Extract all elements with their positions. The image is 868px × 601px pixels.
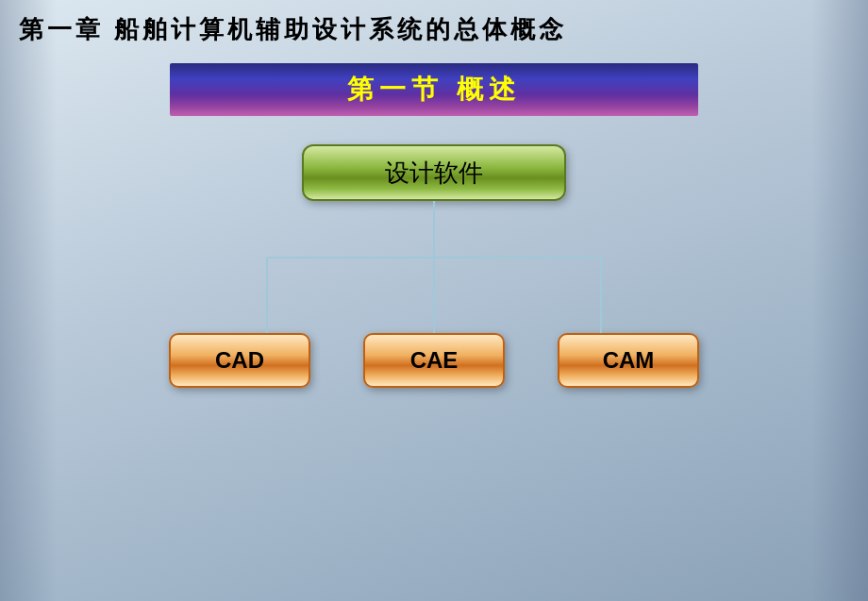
slide-title: 第一章 船舶计算机辅助设计系统的总体概念 bbox=[19, 15, 567, 43]
cae-box: CAE bbox=[363, 333, 505, 388]
cad-label: CAD bbox=[215, 347, 264, 374]
slide: 第一章 船舶计算机辅助设计系统的总体概念 第一节 概述 设计软件 bbox=[0, 0, 868, 601]
title-bar: 第一章 船舶计算机辅助设计系统的总体概念 bbox=[0, 0, 868, 56]
diagram-content: 设计软件 CAD bbox=[0, 144, 868, 601]
cae-label: CAE bbox=[410, 347, 459, 374]
cam-label: CAM bbox=[603, 347, 655, 374]
software-label: 设计软件 bbox=[385, 157, 483, 190]
tree-connectors bbox=[170, 201, 698, 342]
tree-container: CAD CAE CAM bbox=[170, 201, 698, 388]
section-header: 第一节 概述 bbox=[170, 63, 698, 116]
software-box: 设计软件 bbox=[302, 144, 566, 201]
section-title: 第一节 概述 bbox=[347, 72, 521, 108]
cam-box: CAM bbox=[558, 333, 699, 388]
cad-box: CAD bbox=[169, 333, 310, 388]
sub-boxes-row: CAD CAE CAM bbox=[169, 333, 699, 388]
